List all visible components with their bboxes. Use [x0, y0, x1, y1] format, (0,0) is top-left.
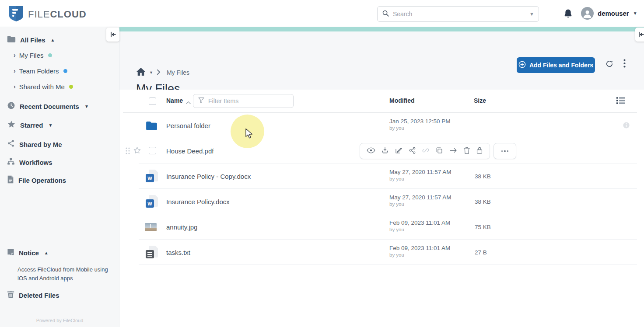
chevron-right-icon: ›: [14, 52, 16, 59]
word-file-icon: W: [146, 170, 158, 183]
table-row-tasks[interactable]: tasks.txt Feb 09, 2023 11:01 AM by you 2…: [119, 240, 644, 265]
info-icon[interactable]: [623, 122, 630, 131]
notice-icon: [7, 248, 14, 257]
search-input[interactable]: [393, 10, 529, 17]
column-header-size[interactable]: Size: [474, 97, 486, 104]
plus-circle-icon: [518, 61, 526, 70]
right-panel-collapse-button[interactable]: [635, 28, 644, 42]
filter-items-input[interactable]: [208, 97, 289, 104]
team-folders-status-dot: [63, 69, 67, 73]
filter-items-box: [193, 94, 294, 108]
table-row-house-deed[interactable]: House Deed.pdf: [119, 138, 644, 164]
download-icon[interactable]: [381, 146, 389, 156]
text-file-icon: [146, 246, 158, 259]
notifications-bell-icon[interactable]: [564, 9, 573, 21]
breadcrumb-current[interactable]: My Files: [167, 69, 189, 76]
column-header-modified[interactable]: Modified: [389, 97, 415, 104]
sidebar-item-file-operations[interactable]: File Operations: [0, 174, 119, 187]
logo-wordmark: FILECLOUD: [28, 9, 87, 20]
sidebar-item-deleted-files[interactable]: Deleted Files: [0, 289, 119, 302]
filecloud-logo[interactable]: FILECLOUD: [9, 5, 87, 24]
word-file-icon: W: [146, 195, 158, 208]
size-cell: 75 KB: [475, 214, 491, 240]
user-menu[interactable]: demouser ▼: [581, 7, 637, 20]
workflow-icon: [7, 157, 15, 167]
my-files-status-dot: [48, 53, 52, 57]
delete-trash-icon[interactable]: [463, 146, 470, 156]
size-cell: 38 KB: [475, 189, 491, 214]
file-name[interactable]: Personal folder: [166, 113, 210, 138]
file-name[interactable]: Insurance Policy.docx: [166, 189, 230, 214]
sidebar-collapse-button[interactable]: [106, 28, 119, 42]
preview-eye-icon[interactable]: [367, 147, 375, 156]
table-row-insurance-copy[interactable]: W Insurance Policy - Copy.docx May 27, 2…: [119, 164, 644, 189]
copy-icon[interactable]: [435, 146, 443, 156]
drag-handle-icon[interactable]: [125, 147, 130, 157]
file-list-panel: Name Modified Size P: [119, 90, 644, 327]
add-files-and-folders-button[interactable]: Add Files and Folders: [517, 57, 595, 73]
folder-icon: [7, 35, 16, 45]
sidebar-item-my-files[interactable]: › My Files: [0, 49, 119, 62]
file-name[interactable]: Insurance Policy - Copy.docx: [166, 164, 251, 189]
expand-caret-icon: ▼: [49, 123, 53, 128]
table-row-annuity[interactable]: annuity.jpg Feb 09, 2023 11:01 AM by you…: [119, 214, 644, 240]
chevron-right-icon: ›: [14, 83, 16, 90]
size-cell: 27 B: [475, 240, 487, 265]
image-thumbnail: [145, 223, 157, 231]
modified-cell: May 27, 2020 11:57 AM by you: [389, 194, 452, 207]
share-icon: [7, 139, 15, 149]
table-row-personal-folder[interactable]: Personal folder Jan 25, 2023 12:50 PM by…: [119, 113, 644, 138]
folder-icon: [146, 119, 158, 132]
top-bar: FILECLOUD ▼ demouser ▼: [0, 0, 644, 27]
link-icon[interactable]: [422, 146, 430, 156]
file-name[interactable]: tasks.txt: [166, 240, 190, 265]
global-search: ▼: [377, 6, 539, 22]
document-icon: [7, 175, 14, 185]
lock-icon[interactable]: [476, 146, 483, 156]
move-arrow-icon[interactable]: [449, 147, 458, 156]
table-header: Name Modified Size: [119, 90, 644, 113]
shared-with-me-status-dot: [69, 85, 73, 89]
select-all-checkbox[interactable]: [149, 97, 156, 105]
sidebar-item-shared-with-me[interactable]: › Shared with Me: [0, 80, 119, 93]
more-options-button[interactable]: [623, 59, 626, 69]
sort-ascending-icon[interactable]: [186, 98, 191, 106]
breadcrumb: ▼ My Files: [136, 67, 189, 78]
row-checkbox[interactable]: [149, 147, 156, 154]
sidebar-item-shared-by-me[interactable]: Shared by Me: [0, 138, 119, 151]
user-avatar: [581, 7, 594, 20]
column-header-name[interactable]: Name: [166, 97, 183, 104]
list-view-toggle-icon[interactable]: [616, 97, 625, 106]
modified-cell: Feb 09, 2023 11:01 AM by you: [389, 245, 450, 257]
chevron-right-icon: ›: [14, 67, 16, 74]
sidebar-item-workflows[interactable]: Workflows: [0, 156, 119, 169]
sidebar-item-starred[interactable]: Starred ▼: [0, 118, 119, 132]
row-action-toolbar: [360, 143, 490, 159]
sidebar-item-team-folders[interactable]: › Team Folders: [0, 64, 119, 77]
edit-icon[interactable]: [395, 146, 402, 156]
file-name[interactable]: annuity.jpg: [166, 214, 197, 240]
star-outline-icon[interactable]: [133, 146, 141, 156]
modified-cell: May 27, 2020 11:57 AM by you: [389, 169, 452, 181]
sidebar-item-notice[interactable]: Notice ▲: [0, 246, 119, 259]
table-row-insurance[interactable]: W Insurance Policy.docx May 27, 2020 11:…: [119, 189, 644, 214]
home-dropdown-caret-icon[interactable]: ▼: [149, 70, 153, 75]
main-content: ▼ My Files My Files 6 items Add Files an…: [119, 27, 644, 327]
collapse-caret-icon: ▲: [44, 250, 49, 255]
file-name[interactable]: House Deed.pdf: [166, 138, 214, 164]
refresh-button[interactable]: [605, 59, 614, 70]
modified-cell: Jan 25, 2023 12:50 PM by you: [389, 118, 451, 131]
modified-cell: Feb 09, 2023 11:01 AM by you: [389, 219, 450, 232]
user-menu-caret-icon: ▼: [633, 11, 637, 16]
share-icon[interactable]: [409, 146, 416, 156]
username-label: demouser: [598, 10, 629, 17]
sidebar: All Files ▲ › My Files › Team Folders › …: [0, 27, 119, 327]
sidebar-item-all-files[interactable]: All Files ▲: [0, 33, 119, 46]
home-icon[interactable]: [136, 67, 146, 78]
sidebar-item-recent-documents[interactable]: Recent Documents ▼: [0, 100, 119, 113]
search-icon: [382, 10, 389, 19]
row-more-options-button[interactable]: [494, 143, 516, 159]
funnel-icon: [198, 97, 205, 105]
search-scope-dropdown-icon[interactable]: ▼: [529, 11, 534, 17]
trash-icon: [7, 290, 14, 300]
